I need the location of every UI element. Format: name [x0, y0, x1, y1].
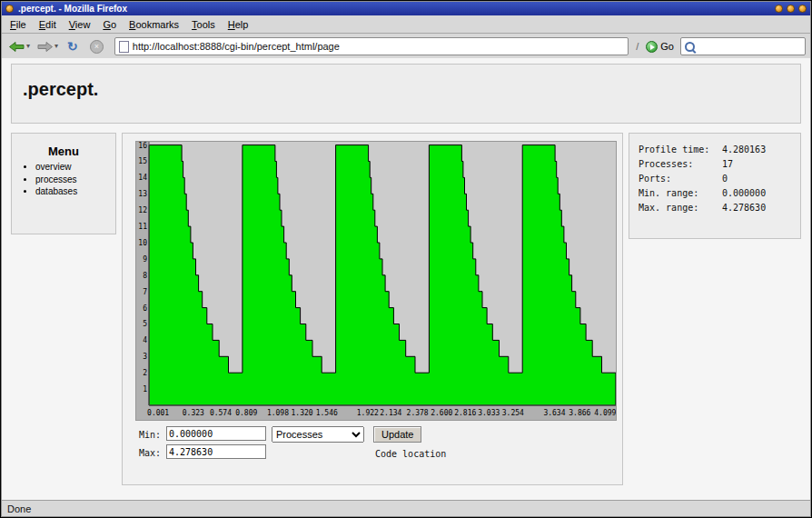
- code-location-label: Code location: [375, 449, 446, 459]
- menubar: File Edit View Go Bookmarks Tools Help: [2, 15, 810, 34]
- page-header: .percept.: [11, 64, 801, 124]
- menu-heading: Menu: [12, 144, 115, 158]
- svg-text:2.816: 2.816: [454, 409, 476, 417]
- minimize-button[interactable]: [775, 5, 783, 13]
- menu-view[interactable]: View: [63, 17, 97, 32]
- firefox-window: .percept. - Mozilla Firefox File Edit Vi…: [1, 1, 811, 517]
- svg-text:1.098: 1.098: [267, 409, 289, 417]
- graph-type-select[interactable]: Processes: [272, 426, 364, 443]
- location-bar: [114, 37, 629, 55]
- menu-go[interactable]: Go: [96, 17, 123, 32]
- separator: /: [635, 41, 639, 52]
- go-icon: [646, 41, 658, 53]
- sidebar-item-databases[interactable]: databases: [35, 185, 115, 198]
- forward-button[interactable]: ▾: [35, 40, 60, 54]
- info-row-max-range: Max. range:4.278630: [639, 201, 800, 215]
- browser-content: .percept. Menu overview processes databa…: [2, 58, 810, 501]
- maximize-button[interactable]: [787, 5, 795, 13]
- max-input[interactable]: [166, 444, 266, 459]
- menu-edit[interactable]: Edit: [33, 17, 63, 32]
- info-row-ports: Ports:0: [639, 172, 800, 186]
- svg-text:0.809: 0.809: [235, 409, 257, 417]
- navigation-toolbar: ▾ ▾ ↻ × / Go: [2, 34, 810, 60]
- max-label: Max:: [139, 448, 161, 458]
- svg-text:1.320: 1.320: [292, 409, 313, 417]
- titlebar: .percept. - Mozilla Firefox: [2, 2, 810, 15]
- svg-text:3.866: 3.866: [569, 409, 590, 417]
- window-controls: [775, 5, 807, 13]
- sidebar-menu: Menu overview processes databases: [11, 133, 116, 234]
- go-button[interactable]: Go: [642, 40, 678, 54]
- svg-text:11: 11: [138, 223, 147, 231]
- svg-text:3: 3: [143, 353, 147, 361]
- info-row-min-range: Min. range:0.000000: [639, 186, 800, 201]
- svg-text:4: 4: [143, 336, 147, 344]
- chevron-down-icon: ▾: [26, 43, 30, 50]
- process-activity-chart: 161514131211109876543210.0010.3230.5740.…: [135, 141, 617, 421]
- menu-bookmarks[interactable]: Bookmarks: [123, 17, 185, 32]
- svg-text:4.099: 4.099: [594, 409, 616, 417]
- menu-list: overview processes databases: [35, 161, 115, 198]
- back-icon: [8, 41, 25, 53]
- svg-text:1.546: 1.546: [316, 409, 338, 417]
- status-text: Done: [2, 503, 31, 514]
- close-button[interactable]: [798, 5, 807, 13]
- profile-info-panel: Profile time:4.280163 Processes:17 Ports…: [629, 133, 801, 239]
- page-icon: [119, 41, 129, 53]
- svg-text:2: 2: [143, 369, 147, 377]
- svg-text:7: 7: [143, 288, 147, 296]
- svg-text:13: 13: [138, 190, 147, 198]
- menu-tools[interactable]: Tools: [185, 17, 222, 32]
- search-bar: [680, 37, 806, 55]
- info-row-profile-time: Profile time:4.280163: [639, 143, 800, 157]
- svg-text:2.600: 2.600: [431, 409, 452, 417]
- sidebar-item-overview[interactable]: overview: [35, 161, 115, 174]
- svg-text:1: 1: [143, 385, 147, 393]
- svg-text:3.254: 3.254: [502, 409, 524, 417]
- reload-button[interactable]: ↻: [63, 38, 83, 55]
- forward-icon: [36, 41, 54, 53]
- window-title: .percept. - Mozilla Firefox: [18, 4, 770, 14]
- min-input[interactable]: [166, 426, 266, 441]
- svg-text:5: 5: [143, 320, 147, 328]
- search-icon: [685, 42, 695, 52]
- svg-text:0.001: 0.001: [147, 409, 169, 417]
- svg-text:2.378: 2.378: [407, 409, 429, 417]
- stop-icon: ×: [90, 40, 104, 54]
- svg-text:12: 12: [138, 206, 147, 214]
- menu-help[interactable]: Help: [222, 17, 255, 32]
- svg-text:10: 10: [138, 239, 147, 247]
- graph-panel: 161514131211109876543210.0010.3230.5740.…: [122, 133, 623, 485]
- update-button[interactable]: Update: [373, 426, 421, 443]
- window-menu-button[interactable]: [5, 5, 14, 13]
- menu-file[interactable]: File: [4, 17, 33, 32]
- svg-text:3.033: 3.033: [478, 409, 500, 417]
- sidebar-item-processes[interactable]: processes: [35, 174, 115, 186]
- svg-text:2.134: 2.134: [380, 409, 401, 417]
- svg-text:0.323: 0.323: [183, 409, 204, 417]
- svg-text:8: 8: [143, 272, 147, 280]
- search-input[interactable]: [698, 41, 812, 52]
- svg-text:16: 16: [138, 142, 147, 150]
- svg-text:9: 9: [143, 255, 147, 264]
- svg-text:0.574: 0.574: [210, 409, 232, 417]
- svg-text:1.922: 1.922: [357, 409, 379, 417]
- svg-text:15: 15: [138, 157, 147, 165]
- stop-button[interactable]: ×: [85, 39, 108, 55]
- chevron-down-icon: ▾: [54, 43, 58, 50]
- back-button[interactable]: ▾: [6, 40, 32, 54]
- reload-icon: ↻: [64, 39, 81, 54]
- min-label: Min:: [139, 430, 161, 440]
- url-input[interactable]: [133, 41, 624, 52]
- svg-text:6: 6: [143, 304, 147, 313]
- svg-text:3.634: 3.634: [543, 409, 565, 417]
- svg-text:14: 14: [138, 174, 147, 182]
- statusbar: Done: [2, 500, 810, 516]
- info-row-processes: Processes:17: [639, 157, 800, 172]
- page-title: .percept.: [23, 79, 800, 100]
